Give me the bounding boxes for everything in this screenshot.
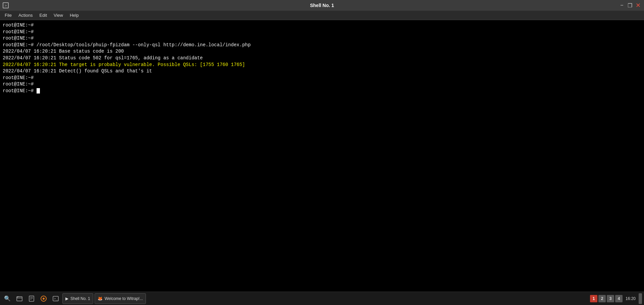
- title-bar-left: [3, 2, 9, 8]
- terminal-line-4: root@INE:~# /root/Desktop/tools/phuip-fp…: [3, 42, 641, 49]
- menu-edit[interactable]: Edit: [36, 12, 50, 18]
- workspace-3[interactable]: 3: [607, 295, 614, 302]
- taskbar-right: 1 2 3 4 16:20: [590, 293, 642, 304]
- terminal-line-10: root@INE:~#: [3, 81, 641, 88]
- svg-rect-1: [29, 296, 34, 301]
- taskbar-app-witrap-icon: 🦊: [98, 296, 103, 301]
- menu-file[interactable]: File: [1, 12, 15, 18]
- taskbar-app-witrap-label: Welcome to Witrap!...: [105, 296, 143, 301]
- title-bar-controls: − ❐ ✕: [619, 2, 641, 9]
- taskbar-icon-editor[interactable]: [26, 293, 37, 304]
- terminal-line-8: 2022/04/07 16:20:21 Detect() found QSLs …: [3, 68, 641, 75]
- menu-actions[interactable]: Actions: [15, 12, 36, 18]
- taskbar-icon-search[interactable]: 🔍: [2, 293, 13, 304]
- taskbar-icon-firefox[interactable]: [38, 293, 49, 304]
- title-bar: Shell No. 1 − ❐ ✕: [0, 0, 644, 11]
- terminal-line-9: root@INE:~#: [3, 75, 641, 81]
- terminal-title-icon: [3, 2, 9, 8]
- terminal-output: root@INE:~# root@INE:~# root@INE:~# root…: [0, 20, 644, 292]
- menu-view[interactable]: View: [50, 12, 66, 18]
- workspace-1[interactable]: 1: [590, 295, 597, 302]
- workspace-4[interactable]: 4: [615, 295, 623, 302]
- taskbar: 🔍 >_ ▶ Shell No. 1 🦊 Welcome to Witrap!.…: [0, 292, 644, 305]
- svg-text:>_: >_: [54, 297, 58, 300]
- close-button[interactable]: ✕: [635, 2, 641, 9]
- svg-point-6: [43, 298, 45, 300]
- svg-rect-0: [17, 297, 22, 301]
- taskbar-app-witrap[interactable]: 🦊 Welcome to Witrap!...: [95, 293, 146, 304]
- taskbar-app-shell1[interactable]: ▶ Shell No. 1: [62, 293, 93, 304]
- window-title: Shell No. 1: [310, 3, 334, 8]
- terminal-line-6: 2022/04/07 16:20:21 Status code 502 for …: [3, 55, 641, 62]
- taskbar-end-handle[interactable]: [639, 293, 642, 304]
- menu-help[interactable]: Help: [66, 12, 82, 18]
- terminal-line-1: root@INE:~#: [3, 22, 641, 29]
- maximize-button[interactable]: ❐: [627, 2, 633, 9]
- cursor: [37, 88, 40, 94]
- terminal-line-5: 2022/04/07 16:20:21 Base status code is …: [3, 48, 641, 55]
- workspace-2[interactable]: 2: [598, 295, 606, 302]
- menu-bar: File Actions Edit View Help: [0, 11, 644, 20]
- terminal-line-3: root@INE:~#: [3, 35, 641, 42]
- system-clock: 16:20: [624, 296, 638, 301]
- minimize-button[interactable]: −: [619, 2, 625, 9]
- taskbar-app-shell1-icon: ▶: [65, 296, 68, 301]
- taskbar-icon-files[interactable]: [14, 293, 25, 304]
- taskbar-icon-terminal[interactable]: >_: [50, 293, 61, 304]
- terminal-line-2: root@INE:~#: [3, 29, 641, 36]
- taskbar-app-shell1-label: Shell No. 1: [70, 296, 90, 301]
- terminal-line-cursor[interactable]: root@INE:~#: [3, 88, 641, 95]
- terminal-line-7: 2022/04/07 16:20:21 The target is probab…: [3, 62, 641, 68]
